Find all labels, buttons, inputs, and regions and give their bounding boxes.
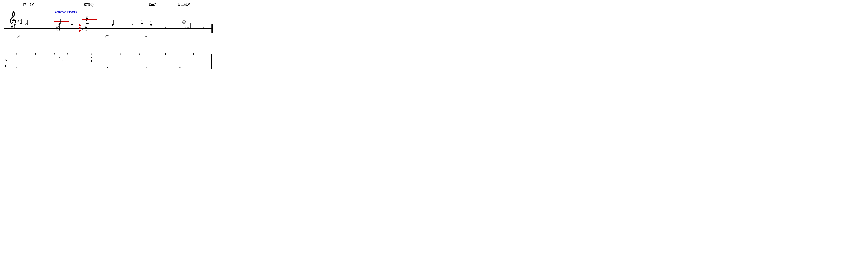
svg-point-41 [150,24,152,26]
svg-point-23 [106,34,109,37]
svg-point-35 [86,18,88,19]
tab-line-5 [10,67,213,67]
tab-right-bar [213,54,213,69]
tab-num-2a: 2 [91,52,92,56]
tab-num-8c: 8 [120,52,122,56]
common-fingers-label: Common Fingers [55,10,76,13]
measure-26: 26 [15,23,17,26]
svg-text:4: 4 [141,20,142,22]
staff-line-4 [4,31,213,31]
tab-num-6: 6 [179,66,181,69]
tab-num-8b: 8 [34,52,36,56]
music-score-page: F#m7♭5 B7(♭9) Em7 Em7/D# Common Fingers … [0,0,217,69]
measure-28: 28 [131,23,133,26]
tab-line-3 [10,60,213,61]
notation-svg: 4 0 4 3 1 [4,16,213,51]
tab-right-bar-bold [212,54,212,69]
staff-area: 𝄞 # 26 27 28 [4,16,213,51]
bar-line-right [213,24,213,33]
tab-bar-2 [134,54,134,69]
tab-num-1: 1 [91,59,92,62]
tab-a-letter: A [5,59,7,61]
tab-t-letter: T [5,53,7,55]
tab-line-2 [10,57,213,57]
tab-num-0b: 0 [193,52,195,56]
svg-text:4: 4 [20,20,21,22]
tab-num-0a: 0 [164,52,166,56]
svg-text:2: 2 [105,36,106,38]
svg-point-48 [188,27,191,29]
svg-text:3: 3 [150,21,151,23]
tab-num-8a: 8 [16,52,18,56]
tab-line-4 [10,64,213,64]
svg-point-9 [17,35,20,37]
key-signature-sharp: # [17,19,19,23]
tab-bar-1 [84,54,84,69]
tab-num-7: 7 [139,52,141,56]
bar-line-left [8,24,8,33]
tab-num-0c: 0 [16,66,18,69]
tab-num-0d: 0 [146,66,148,69]
circled-5-indicator: ⑤ [182,20,186,24]
tab-area: T A B 8 8 5 5 2 8 7 0 0 5 2 4 1 0 2 0 6 [4,52,213,69]
bar-line-1 [80,24,80,33]
svg-text:0: 0 [17,36,18,39]
tab-num-5c: 5 [58,56,60,59]
staff-line-2 [4,26,213,26]
tab-num-5a: 5 [54,52,56,56]
tab-left-bar [10,54,10,69]
staff-line-3 [4,28,213,29]
chord-fm7b5: F#m7♭5 [23,2,35,7]
chord-em7: Em7 [149,2,156,6]
red-box-measure27 [82,19,97,40]
tab-b-letter: B [5,64,7,67]
tab-num-2b: 2 [91,56,92,59]
svg-point-36 [112,24,114,26]
tab-num-5b: 5 [67,52,69,56]
red-box-measure26 [54,21,69,39]
bar-line-2 [130,24,130,33]
tab-num-2c: 2 [106,66,108,69]
staff-line-1 [4,24,213,24]
tab-num-4: 4 [62,59,64,62]
svg-point-45 [144,35,147,37]
chord-b7b9: B7(♭9) [84,2,94,7]
staff-line-5 [4,33,213,33]
chord-em7ds: Em7/D# [178,2,191,6]
